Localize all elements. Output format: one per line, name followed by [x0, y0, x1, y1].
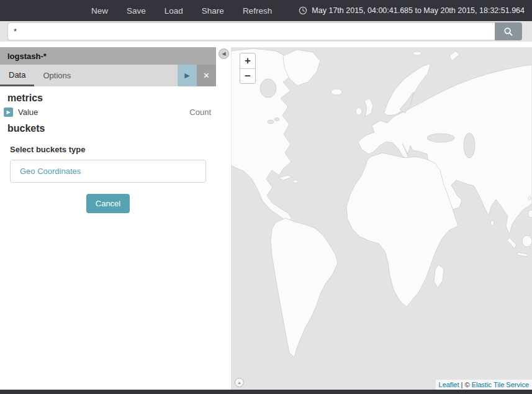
- spy-panel-toggle-button[interactable]: ▲: [235, 378, 244, 387]
- chevron-right-icon: ▶: [6, 109, 10, 115]
- caspian-sea: [464, 133, 475, 158]
- play-icon: ▶: [184, 71, 189, 80]
- ireland: [356, 108, 362, 115]
- index-pattern-header: logstash-*: [0, 47, 216, 65]
- search-icon: [503, 27, 513, 37]
- metric-agg-value: Count: [189, 108, 211, 117]
- leaflet-zoom-control: + −: [240, 53, 256, 84]
- nav-new[interactable]: New: [82, 6, 117, 16]
- attribution-separator: | ©: [459, 381, 472, 388]
- editor-panel: metrics ▶ Value Count buckets Select buc…: [0, 86, 216, 213]
- chevron-up-icon: ▲: [237, 380, 241, 385]
- iceland: [331, 89, 342, 95]
- taiwan: [528, 196, 531, 200]
- sumatra: [507, 237, 516, 249]
- bucket-type-label: Select buckets type: [10, 145, 206, 154]
- time-picker[interactable]: May 17th 2015, 04:00:41.685 to May 20th …: [299, 6, 532, 15]
- great-lake-1: [268, 120, 274, 124]
- svalbard: [413, 52, 422, 55]
- south-america: [271, 218, 338, 357]
- search-input[interactable]: [7, 22, 495, 40]
- nav-load[interactable]: Load: [155, 6, 192, 16]
- hudson-bay: [260, 79, 276, 98]
- nav-refresh[interactable]: Refresh: [233, 6, 281, 16]
- metric-label[interactable]: Value: [18, 108, 38, 117]
- zoom-out-button[interactable]: −: [240, 68, 255, 83]
- nav-save[interactable]: Save: [117, 6, 155, 16]
- top-navigation-bar: New Save Load Share Refresh May 17th 201…: [0, 0, 532, 21]
- java: [517, 252, 528, 257]
- great-lake-2: [274, 118, 279, 121]
- map-attribution: Leaflet | © Elastic Tile Service: [436, 380, 532, 390]
- main-nav: New Save Load Share Refresh: [82, 6, 281, 16]
- query-bar: [0, 21, 532, 42]
- elastic-tile-service-link[interactable]: Elastic Tile Service: [472, 381, 529, 388]
- novaya-zemlya: [449, 51, 459, 61]
- time-range-label: May 17th 2015, 04:00:41.685 to May 20th …: [312, 6, 525, 15]
- tab-options[interactable]: Options: [34, 65, 79, 86]
- chevron-left-icon: ◀: [222, 51, 225, 57]
- buckets-heading: buckets: [7, 123, 209, 134]
- bucket-option-geo-coordinates[interactable]: Geo Coordinates: [20, 167, 81, 176]
- editor-actions: ▶ ✕: [178, 65, 216, 86]
- kibana-visualize-page: New Save Load Share Refresh May 17th 201…: [0, 0, 532, 394]
- bottom-bar: [0, 390, 532, 394]
- metric-row: ▶ Value Count: [4, 108, 211, 117]
- bucket-type-select[interactable]: Geo Coordinates: [10, 160, 206, 183]
- nav-share[interactable]: Share: [192, 6, 233, 16]
- africa: [346, 153, 458, 307]
- discard-changes-button[interactable]: ✕: [197, 65, 216, 86]
- cancel-button[interactable]: Cancel: [86, 194, 130, 213]
- editor-tabbar: Data Options ▶ ✕: [0, 65, 216, 86]
- zoom-in-button[interactable]: +: [240, 53, 255, 68]
- metric-expand-button[interactable]: ▶: [4, 108, 13, 117]
- close-icon: ✕: [203, 71, 210, 80]
- hispaniola: [293, 180, 298, 183]
- black-sea: [427, 134, 454, 142]
- uk: [364, 98, 373, 117]
- index-pattern-label: logstash-*: [7, 52, 47, 61]
- cuba: [278, 175, 292, 180]
- world-map[interactable]: [231, 47, 532, 390]
- sidebar-collapse-button[interactable]: ◀: [219, 48, 229, 59]
- borneo: [522, 236, 532, 247]
- search-button[interactable]: [495, 22, 522, 40]
- clock-icon: [299, 6, 307, 15]
- tab-data[interactable]: Data: [0, 65, 34, 86]
- greenland: [283, 50, 320, 86]
- sri-lanka: [490, 221, 494, 226]
- madagascar: [434, 265, 444, 288]
- leaflet-link[interactable]: Leaflet: [439, 381, 459, 388]
- apply-changes-button[interactable]: ▶: [178, 65, 197, 86]
- tile-map-visualization[interactable]: + − ▲ Leaflet | © Elastic Tile Service: [231, 47, 532, 390]
- metrics-heading: metrics: [7, 93, 209, 104]
- cancel-row: Cancel: [0, 194, 216, 213]
- philippines: [528, 210, 532, 218]
